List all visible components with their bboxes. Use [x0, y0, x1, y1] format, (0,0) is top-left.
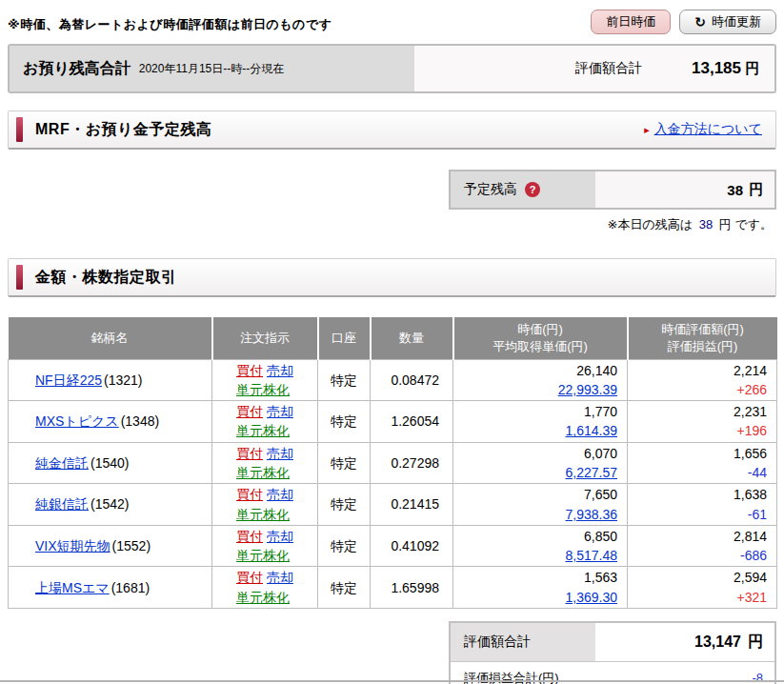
- col-header-value: 時価評価額(円)評価損益(円): [628, 317, 777, 359]
- avg-cost-link[interactable]: 1,614.39: [566, 423, 618, 438]
- quantity: 1.26054: [371, 401, 453, 443]
- deposit-method-link-wrap: ▸ 入金方法について: [644, 121, 762, 138]
- total-value-row: 評価額合計 13,147 円: [451, 623, 774, 662]
- pending-balance-value-cell: 38 円: [595, 171, 774, 208]
- sell-link[interactable]: 売却: [267, 570, 293, 585]
- help-icon[interactable]: ?: [525, 182, 540, 197]
- deposit-method-link[interactable]: 入金方法について: [654, 121, 762, 138]
- profit-loss: +266: [629, 380, 767, 399]
- col-header-security: 銘柄名: [9, 317, 212, 359]
- refresh-price-button[interactable]: ↻ 時価更新: [679, 10, 776, 34]
- col-header-account: 口座: [318, 317, 371, 359]
- avg-cost-link[interactable]: 6,227.57: [566, 465, 618, 480]
- security-link[interactable]: 純銀信託: [35, 496, 89, 512]
- order-actions-cell: 買付 売却 単元株化: [212, 359, 318, 401]
- quantity: 0.41092: [371, 525, 453, 567]
- market-price: 6,070: [454, 444, 617, 463]
- price-cell: 7,650 7,938.36: [453, 484, 628, 526]
- buy-link[interactable]: 買付: [236, 487, 263, 502]
- buy-link[interactable]: 買付: [236, 363, 263, 378]
- sell-link[interactable]: 売却: [267, 404, 293, 419]
- security-cell: 純銀信託(1542): [9, 484, 212, 526]
- pending-balance-label-cell: 予定残高 ?: [451, 171, 595, 208]
- market-value: 2,214: [629, 361, 767, 380]
- unit-share-link[interactable]: 単元株化: [236, 548, 290, 563]
- security-code: (1542): [90, 496, 129, 512]
- mrf-section-header: MRF・お預り金予定残高 ▸ 入金方法について: [8, 111, 776, 150]
- avg-cost-link[interactable]: 1,369.30: [566, 590, 618, 605]
- arrow-right-icon: ▸: [644, 124, 650, 136]
- security-code: (1540): [90, 455, 129, 471]
- holding-row: 純金信託(1540) 買付 売却 単元株化 特定 0.27298 6,070 6…: [9, 442, 777, 484]
- security-cell: VIX短期先物(1552): [9, 525, 212, 567]
- security-code: (1681): [111, 580, 150, 595]
- security-code: (1321): [104, 372, 142, 388]
- quantity: 0.08472: [371, 359, 453, 401]
- bottom-divider: [0, 680, 784, 682]
- market-price: 6,850: [454, 527, 617, 546]
- order-actions-cell: 買付 売却 単元株化: [212, 525, 318, 567]
- price-cell: 6,850 8,517.48: [453, 525, 628, 567]
- price-cell: 26,140 22,993.39: [453, 359, 628, 401]
- unit-share-link[interactable]: 単元株化: [236, 590, 290, 605]
- col-header-price: 時価(円)平均取得単価(円): [453, 317, 628, 359]
- account-type: 特定: [318, 567, 371, 609]
- price-cell: 1,563 1,369.30: [453, 567, 628, 609]
- prev-day-price-label: 前日時価: [606, 13, 655, 30]
- value-cell: 2,594 +321: [628, 567, 777, 609]
- today-balance-note-prefix: ※本日の残高は: [608, 217, 694, 231]
- market-price: 26,140: [454, 361, 617, 380]
- sell-link[interactable]: 売却: [267, 487, 293, 502]
- deposit-balance-bar: お預り残高合計 2020年11月15日--時--分現在 評価額合計 13,185…: [8, 44, 776, 93]
- unit-share-link[interactable]: 単元株化: [236, 382, 290, 397]
- totals-box: 評価額合計 13,147 円 評価損益合計(円) -8: [449, 621, 776, 684]
- section-accent-bar: [16, 265, 23, 290]
- asof-datetime: 2020年11月15日--時--分現在: [139, 61, 284, 77]
- account-type: 特定: [318, 401, 371, 443]
- buy-link[interactable]: 買付: [236, 529, 263, 544]
- total-value-unit: 円: [748, 633, 763, 653]
- col-header-quantity: 数量: [371, 317, 453, 359]
- avg-cost-link[interactable]: 8,517.48: [566, 548, 618, 563]
- security-cell: MXSトピクス(1348): [9, 401, 212, 443]
- holdings-table: 銘柄名 注文指示 口座 数量 時価(円)平均取得単価(円) 時価評価額(円)評価…: [8, 317, 777, 609]
- market-value: 1,638: [629, 485, 767, 504]
- today-balance-note-suffix: 円 です。: [719, 217, 773, 231]
- unit-share-link[interactable]: 単元株化: [236, 423, 290, 438]
- total-valuation-value: 13,185円: [692, 59, 759, 78]
- unit-share-link[interactable]: 単元株化: [236, 465, 290, 480]
- unit-share-link[interactable]: 単元株化: [236, 507, 290, 522]
- holding-row: NF日経225(1321) 買付 売却 単元株化 特定 0.08472 26,1…: [9, 359, 777, 401]
- holding-row: VIX短期先物(1552) 買付 売却 単元株化 特定 0.41092 6,85…: [9, 525, 777, 567]
- pending-balance-value: 38: [727, 182, 743, 198]
- pending-balance-box: 予定残高 ? 38 円: [449, 170, 776, 210]
- buy-link[interactable]: 買付: [236, 404, 263, 419]
- trade-section-header: 金額・株数指定取引: [8, 258, 776, 297]
- prev-day-price-button[interactable]: 前日時価: [591, 10, 671, 34]
- buy-link[interactable]: 買付: [236, 446, 263, 461]
- security-link[interactable]: VIX短期先物: [35, 538, 111, 553]
- quantity: 1.65998: [371, 567, 453, 609]
- sell-link[interactable]: 売却: [267, 363, 293, 378]
- quantity: 0.21415: [371, 484, 453, 526]
- avg-cost-link[interactable]: 7,938.36: [566, 507, 618, 522]
- order-actions-cell: 買付 売却 単元株化: [212, 401, 318, 443]
- security-link[interactable]: NF日経225: [35, 372, 102, 388]
- security-link[interactable]: 上場MSエマ: [35, 580, 110, 595]
- holding-row: MXSトピクス(1348) 買付 売却 単元株化 特定 1.26054 1,77…: [9, 401, 777, 443]
- top-toolbar: ※時価、為替レートおよび時価評価額は前日のものです 前日時価 ↻ 時価更新: [8, 8, 776, 34]
- security-link[interactable]: 純金信託: [35, 455, 89, 471]
- sell-link[interactable]: 売却: [267, 446, 293, 461]
- value-cell: 2,814 -686: [628, 525, 777, 567]
- account-type: 特定: [318, 359, 371, 401]
- mrf-section-title: MRF・お預り金予定残高: [35, 120, 644, 140]
- security-code: (1552): [112, 538, 151, 553]
- order-actions-cell: 買付 売却 単元株化: [212, 484, 318, 526]
- buy-link[interactable]: 買付: [236, 570, 263, 585]
- section-accent-bar: [16, 117, 23, 142]
- avg-cost-link[interactable]: 22,993.39: [558, 382, 617, 397]
- sell-link[interactable]: 売却: [267, 529, 293, 544]
- security-link[interactable]: MXSトピクス: [35, 413, 119, 429]
- today-balance-note-value: 38: [696, 217, 715, 231]
- total-value: 13,147: [694, 634, 741, 651]
